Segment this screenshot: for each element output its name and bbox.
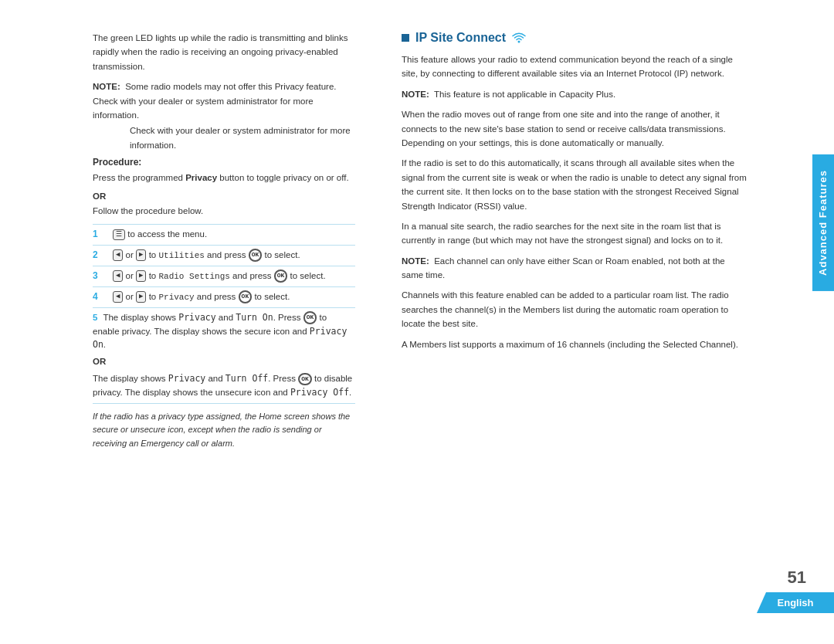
step-row-5: 5 The display shows Privacy and Turn On.… [93, 308, 355, 404]
left-btn-icon-4: ◀ [113, 291, 123, 303]
right-note-2: NOTE: Each channel can only have either … [402, 254, 749, 283]
note-paragraph: NOTE: Some radio models may not offer th… [93, 80, 355, 122]
english-badge: English [757, 592, 834, 613]
right-para-3: If the radio is set to do this automatic… [402, 156, 749, 213]
ok-btn-2: OK [249, 249, 263, 262]
or-label-1: OR [93, 192, 355, 201]
right-para-4: In a manual site search, the radio searc… [402, 219, 749, 248]
page-container: The green LED lights up while the radio … [0, 0, 834, 644]
italic-note: If the radio has a privacy type assigned… [93, 410, 355, 451]
note-indent-block: Check with your dealer or system adminis… [130, 124, 355, 152]
right-para-5: Channels with this feature enabled can b… [402, 288, 749, 330]
svg-point-0 [518, 41, 520, 43]
right-intro-para: This feature allows your radio to extend… [402, 53, 749, 81]
right-note-text-2: Each channel can only have either Scan o… [402, 256, 725, 280]
step-content-3: ◀ or ▶ to Radio Settings and press OK to… [113, 269, 355, 283]
step-num-3: 3 [93, 270, 108, 281]
step-num-2: 2 [93, 249, 108, 260]
follow-text: Follow the procedure below. [93, 204, 355, 218]
procedure-label: Procedure: [93, 157, 355, 168]
bottom-right-area: 51 English [757, 568, 834, 613]
ok-btn-4: OK [239, 290, 253, 303]
intro-paragraph: The green LED lights up while the radio … [93, 31, 355, 73]
or-label-2: OR [93, 355, 355, 369]
right-note-text-1: This feature is not applicable in Capaci… [434, 90, 615, 99]
blue-square-icon [402, 34, 409, 42]
ok-btn-3: OK [274, 269, 288, 283]
left-btn-icon-3: ◀ [113, 270, 123, 282]
section-heading: IP Site Connect [402, 31, 749, 45]
step-content-4: ◀ or ▶ to Privacy and press OK to select… [113, 290, 355, 304]
step-row-1: 1 ☰ to access the menu. [93, 224, 355, 246]
step-content-1: ☰ to access the menu. [113, 228, 355, 242]
procedure-text: Press the programmed Privacy button to t… [93, 171, 355, 185]
step-num-4: 4 [93, 291, 108, 302]
advanced-features-tab: Advanced Features [812, 154, 834, 291]
step-num-1: 1 [93, 229, 108, 239]
step-row-2: 2 ◀ or ▶ to Utilities and press OK to se… [93, 246, 355, 266]
wifi-icon [512, 31, 526, 45]
right-note-label-2: NOTE: [402, 256, 429, 266]
right-btn-icon: ▶ [136, 249, 146, 261]
right-para-2: When the radio moves out of range from o… [402, 107, 749, 150]
right-para-6: A Members list supports a maximum of 16 … [402, 337, 749, 351]
step-row-3: 3 ◀ or ▶ to Radio Settings and press OK … [93, 266, 355, 287]
right-btn-icon-3: ▶ [136, 270, 146, 282]
right-note-1: NOTE: This feature is not applicable in … [402, 87, 749, 101]
note-label: NOTE: [93, 82, 120, 91]
step-row-4: 4 ◀ or ▶ to Privacy and press OK to sele… [93, 287, 355, 308]
right-column: IP Site Connect This feature allows your… [378, 0, 795, 644]
sidebar-label: Advanced Features [817, 170, 829, 276]
step-num-5: 5 [93, 313, 97, 322]
left-column: The green LED lights up while the radio … [0, 0, 378, 644]
menu-btn-icon: ☰ [113, 229, 125, 241]
left-btn-icon: ◀ [113, 249, 123, 261]
section-title: IP Site Connect [415, 31, 526, 45]
right-btn-icon-4: ▶ [136, 291, 146, 303]
note-text: Some radio models may not offer this Pri… [93, 82, 337, 120]
steps-container: 1 ☰ to access the menu. 2 ◀ or ▶ to Util… [93, 224, 355, 404]
step-content-2: ◀ or ▶ to Utilities and press OK to sele… [113, 249, 355, 263]
section-title-text: IP Site Connect [415, 31, 506, 45]
page-number: 51 [788, 568, 806, 588]
ok-btn-5a: OK [303, 311, 317, 324]
right-note-label-1: NOTE: [402, 90, 429, 99]
ok-btn-5b: OK [298, 373, 312, 386]
